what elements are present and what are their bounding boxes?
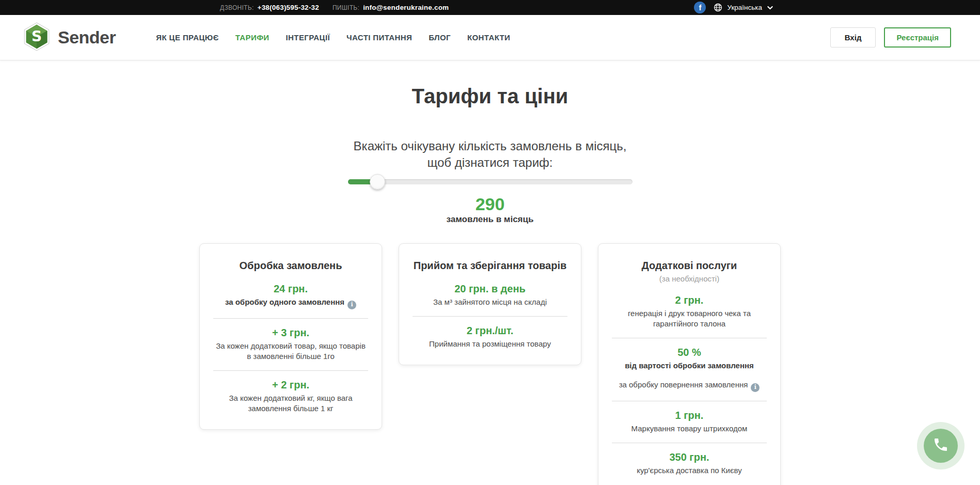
price-item: + 3 грн. За кожен додатковий товар, якщо…: [213, 326, 368, 362]
register-button[interactable]: Реєстрація: [884, 27, 951, 48]
item-desc-text: Маркування товару штрихкодом: [631, 424, 748, 433]
header-actions: Вхід Реєстрація: [830, 27, 951, 48]
language-label: Українська: [727, 4, 762, 11]
logo[interactable]: S Sender: [23, 22, 116, 53]
orders-count-label: замовлень в місяць: [0, 214, 980, 225]
brand-name: Sender: [58, 27, 116, 48]
item-desc-text: за обробку одного замовлення: [225, 298, 344, 306]
card-subtitle: (за необхідності): [612, 274, 767, 283]
topbar: ДЗВОНІТЬ: +38(063)595-32-32 ПИШІТЬ: info…: [0, 0, 980, 15]
facebook-icon[interactable]: f: [694, 2, 706, 13]
card-divider: [413, 316, 567, 317]
topbar-right: f Українська: [694, 2, 773, 13]
item-price: 2 грн.: [612, 294, 767, 306]
call-label: ДЗВОНІТЬ:: [220, 4, 254, 11]
item-desc: За кожен додатковий товар, якщо товарів …: [213, 341, 368, 362]
card-items: 2 грн. генерація і друк товарного чека т…: [612, 294, 767, 476]
nav-item-how-it-works[interactable]: ЯК ЦЕ ПРАЦЮЄ: [156, 33, 218, 42]
topbar-contacts: ДЗВОНІТЬ: +38(063)595-32-32 ПИШІТЬ: info…: [220, 4, 449, 11]
pricing-card: Обробка замовлень 24 грн. за обробку одн…: [199, 243, 382, 430]
item-price: + 2 грн.: [213, 379, 368, 391]
item-desc-text: За кожен додатковий кг, якщо вага замовл…: [229, 394, 352, 413]
item-price: 1 грн.: [612, 409, 767, 421]
item-desc: Приймання та розміщення товару: [413, 339, 567, 349]
sender-logo-icon: S: [23, 22, 51, 53]
item-desc2-text: за обробку повернення замовлення: [619, 380, 748, 389]
nav-item-integrations[interactable]: ІНТЕГРАЦІЇ: [286, 33, 330, 42]
item-desc-text: генерація і друк товарного чека та гаран…: [628, 309, 751, 328]
card-title: Прийом та зберігання товарів: [413, 259, 567, 272]
info-icon[interactable]: i: [347, 301, 356, 309]
price-item: 2 грн. генерація і друк товарного чека т…: [612, 294, 767, 329]
nav-item-tariffs[interactable]: ТАРИФИ: [235, 33, 270, 42]
item-desc: за обробку одного замовленняi: [213, 297, 368, 309]
item-price: 24 грн.: [213, 283, 368, 295]
item-desc-text: від вартості обробки замовлення: [625, 361, 754, 370]
price-item: 350 грн. кур'єрська доставка по Києву: [612, 451, 767, 476]
price-item: 1 грн. Маркування товару штрихкодом: [612, 409, 767, 434]
item-desc-text: кур'єрська доставка по Києву: [637, 466, 742, 475]
item-price: 50 %: [612, 346, 767, 358]
slider-prompt: Вкажіть очікувану кількість замовлень в …: [0, 138, 980, 171]
item-desc-text: Приймання та розміщення товару: [429, 339, 551, 348]
item-price: 20 грн. в день: [413, 283, 567, 295]
phone-link[interactable]: +38(063)595-32-32: [258, 4, 319, 11]
card-divider: [213, 318, 368, 319]
email-contact: ПИШІТЬ: info@senderukraine.com: [333, 4, 449, 11]
item-desc-text: За кожен додатковий товар, якщо товарів …: [216, 341, 366, 361]
main-content: Тарифи та ціни Вкажіть очікувану кількіс…: [0, 84, 980, 485]
chevron-down-icon: [767, 5, 773, 10]
phone-contact: ДЗВОНІТЬ: +38(063)595-32-32: [220, 4, 319, 11]
slider-prompt-line1: Вкажіть очікувану кількість замовлень в …: [0, 138, 980, 154]
slider-prompt-line2: щоб дізнатися тариф:: [0, 154, 980, 171]
price-item: 24 грн. за обробку одного замовленняi: [213, 283, 368, 309]
svg-text:S: S: [31, 27, 42, 44]
item-desc2: за обробку повернення замовленняi: [612, 380, 767, 392]
item-desc: За м³ зайнятого місця на складі: [413, 297, 567, 307]
item-price: 350 грн.: [612, 451, 767, 463]
orders-slider: [348, 174, 633, 190]
price-item: 50 % від вартості обробки замовлення за …: [612, 346, 767, 392]
email-link[interactable]: info@senderukraine.com: [363, 4, 449, 11]
phone-icon: [932, 436, 949, 455]
slider-track[interactable]: [348, 179, 633, 184]
card-title: Додаткові послуги: [612, 259, 767, 272]
slider-handle[interactable]: [370, 174, 385, 190]
item-price: 2 грн./шт.: [413, 324, 567, 337]
price-item: 2 грн./шт. Приймання та розміщення товар…: [413, 324, 567, 349]
card-divider: [612, 401, 767, 401]
card-title: Обробка замовлень: [213, 259, 368, 272]
item-desc-text: За м³ зайнятого місця на складі: [433, 298, 547, 306]
write-label: ПИШІТЬ:: [333, 4, 359, 11]
nav-item-blog[interactable]: БЛОГ: [429, 33, 451, 42]
header: S Sender ЯК ЦЕ ПРАЦЮЄ ТАРИФИ ІНТЕГРАЦІЇ …: [0, 15, 980, 60]
pricing-card: Додаткові послуги (за необхідності) 2 гр…: [598, 243, 781, 485]
card-items: 20 грн. в день За м³ зайнятого місця на …: [413, 283, 567, 349]
price-item: 20 грн. в день За м³ зайнятого місця на …: [413, 283, 567, 307]
item-desc: За кожен додатковий кг, якщо вага замовл…: [213, 393, 368, 414]
pricing-card: Прийом та зберігання товарів 20 грн. в д…: [399, 243, 581, 365]
item-desc: від вартості обробки замовлення: [612, 361, 767, 371]
main-nav: ЯК ЦЕ ПРАЦЮЄ ТАРИФИ ІНТЕГРАЦІЇ ЧАСТІ ПИТ…: [156, 33, 510, 42]
card-divider: [612, 443, 767, 443]
nav-item-contacts[interactable]: КОНТАКТИ: [467, 33, 510, 42]
info-icon[interactable]: i: [751, 383, 760, 392]
globe-icon: [714, 3, 722, 12]
login-button[interactable]: Вхід: [830, 27, 876, 48]
card-divider: [213, 370, 368, 371]
call-fab[interactable]: [917, 422, 965, 470]
item-desc: кур'єрська доставка по Києву: [612, 465, 767, 476]
pricing-cards: Обробка замовлень 24 грн. за обробку одн…: [0, 243, 980, 485]
item-desc: Маркування товару штрихкодом: [612, 424, 767, 434]
language-selector[interactable]: Українська: [714, 3, 773, 12]
page-title: Тарифи та ціни: [0, 84, 980, 108]
call-fab-circle: [924, 429, 958, 463]
item-desc: генерація і друк товарного чека та гаран…: [612, 308, 767, 329]
item-price: + 3 грн.: [213, 326, 368, 339]
page: ДЗВОНІТЬ: +38(063)595-32-32 ПИШІТЬ: info…: [0, 0, 980, 485]
card-items: 24 грн. за обробку одного замовленняi + …: [213, 283, 368, 414]
nav-item-faq[interactable]: ЧАСТІ ПИТАННЯ: [346, 33, 412, 42]
card-divider: [612, 338, 767, 338]
orders-count: 290: [0, 194, 980, 214]
price-item: + 2 грн. За кожен додатковий кг, якщо ва…: [213, 379, 368, 414]
